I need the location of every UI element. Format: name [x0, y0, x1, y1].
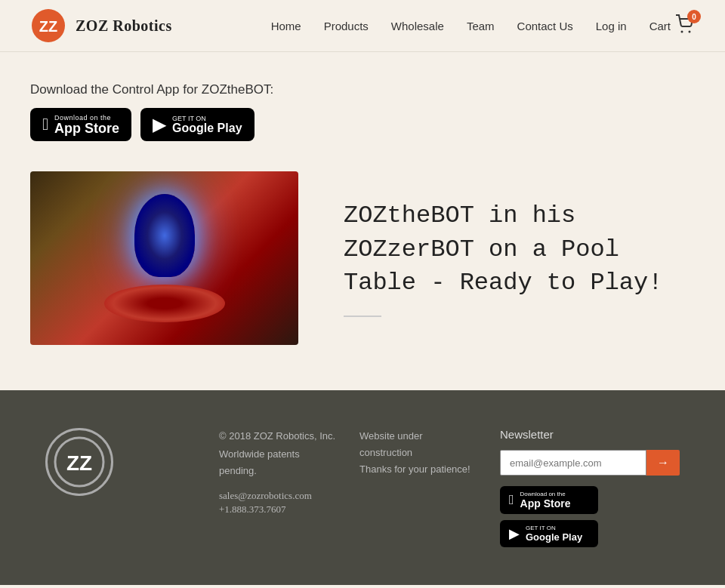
apple-logo-icon:  — [42, 115, 48, 134]
svg-point-3 — [689, 31, 691, 33]
footer-app-store-button[interactable]:  Download on the App Store — [500, 486, 598, 514]
footer-logo: ZZ — [45, 428, 113, 496]
store-badges:  Download on the App Store ▶ GET IT ON … — [30, 108, 695, 141]
footer-apple-icon:  — [509, 492, 514, 508]
footer-google-play-main: Google Play — [526, 531, 582, 543]
logo-text: ZOZ Robotics — [76, 17, 172, 35]
footer-google-play-button[interactable]: ▶ GET IT ON Google Play — [500, 520, 598, 547]
footer-status2: Thanks for your patience! — [359, 461, 477, 478]
nav-login[interactable]: Log in — [596, 20, 627, 32]
footer-copyright: © 2018 ZOZ Robotics, Inc. Worldwide pate… — [219, 428, 337, 547]
nav-home[interactable]: Home — [271, 20, 301, 32]
download-section: Download the Control App for ZOZtheBOT: … — [30, 82, 695, 141]
download-label: Download the Control App for ZOZtheBOT: — [30, 82, 695, 97]
newsletter-submit-button[interactable]: → — [646, 450, 680, 476]
robot-image — [30, 171, 298, 345]
play-logo-icon: ▶ — [153, 114, 166, 135]
footer-copyright2: Worldwide patents pending. — [219, 446, 337, 479]
robot-title: ZOZtheBOT in his ZOZzerBOT on a Pool Tab… — [344, 199, 695, 300]
footer-store-badges:  Download on the App Store ▶ GET IT ON … — [500, 486, 680, 547]
nav-wholesale[interactable]: Wholesale — [391, 20, 444, 32]
newsletter-input[interactable] — [500, 450, 646, 476]
footer-status1: Website under construction — [359, 428, 477, 461]
app-store-main: App Store — [54, 122, 119, 135]
svg-text:ZZ: ZZ — [39, 18, 57, 35]
footer-app-store-main: App Store — [520, 497, 571, 509]
svg-text:ZZ: ZZ — [66, 451, 92, 475]
footer-newsletter: Newsletter →  Download on the App Store… — [500, 428, 680, 547]
newsletter-form: → — [500, 450, 680, 476]
svg-point-2 — [681, 31, 683, 33]
cart-count: 0 — [687, 10, 701, 23]
footer-phone: +1.888.373.7607 — [219, 503, 337, 516]
cart-label: Cart — [649, 20, 671, 32]
footer-google-play-sub: GET IT ON — [526, 525, 582, 531]
google-play-button[interactable]: ▶ GET IT ON Google Play — [140, 108, 254, 141]
cart-area[interactable]: Cart 0 — [649, 14, 695, 37]
footer-status: Website under construction Thanks for yo… — [359, 428, 477, 547]
footer-copyright1: © 2018 ZOZ Robotics, Inc. — [219, 428, 337, 445]
google-play-main: Google Play — [172, 122, 242, 134]
robot-divider — [344, 316, 381, 317]
logo-area[interactable]: ZZ ZOZ Robotics — [30, 8, 172, 44]
app-store-button[interactable]:  Download on the App Store — [30, 108, 131, 141]
nav-team[interactable]: Team — [467, 20, 495, 32]
footer-email[interactable]: sales@zozrobotics.com — [219, 490, 337, 502]
logo-icon: ZZ — [30, 8, 66, 44]
footer-logo-area: ZZ — [45, 428, 196, 547]
nav-contact[interactable]: Contact Us — [517, 20, 573, 32]
robot-text-area: ZOZtheBOT in his ZOZzerBOT on a Pool Tab… — [344, 199, 695, 317]
newsletter-label: Newsletter — [500, 428, 680, 441]
nav-products[interactable]: Products — [324, 20, 369, 32]
main-nav: Home Products Wholesale Team Contact Us … — [271, 14, 695, 37]
footer: ZZ © 2018 ZOZ Robotics, Inc. Worldwide p… — [0, 390, 725, 585]
footer-logo-icon: ZZ — [53, 436, 106, 488]
robot-section: ZOZtheBOT in his ZOZzerBOT on a Pool Tab… — [30, 171, 695, 345]
cart-icon-wrap: 0 — [675, 14, 695, 37]
footer-app-store-sub: Download on the — [520, 491, 571, 497]
footer-play-icon: ▶ — [509, 525, 520, 542]
